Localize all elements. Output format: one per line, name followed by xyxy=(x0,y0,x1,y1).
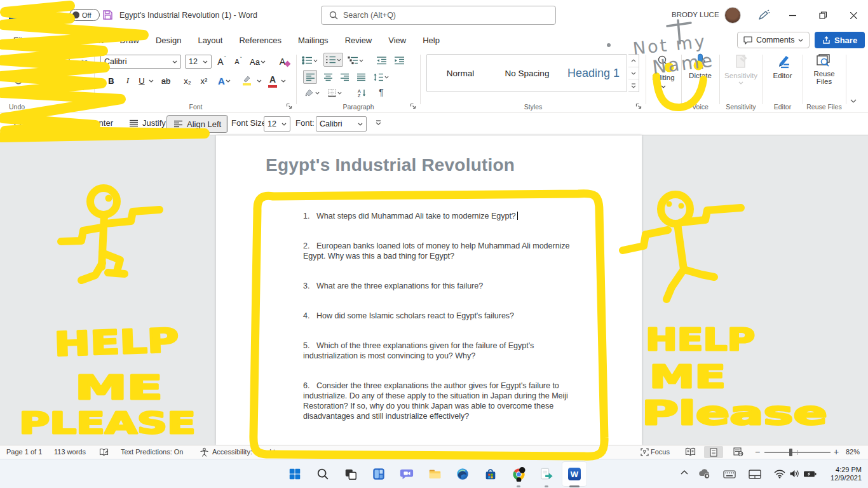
autosave-toggle[interactable]: Off xyxy=(69,9,100,21)
battery-icon[interactable] xyxy=(803,470,817,478)
minimize-button[interactable] xyxy=(783,6,802,24)
accessibility-status[interactable]: Accessibility: Good to go xyxy=(212,448,288,456)
tab-help[interactable]: Help xyxy=(414,30,448,50)
tab-review[interactable]: Review xyxy=(337,30,381,50)
avatar[interactable] xyxy=(724,7,741,24)
bold-button[interactable]: B xyxy=(104,74,118,88)
touch-keyboard-icon[interactable] xyxy=(723,470,736,478)
change-case-button[interactable]: Aa xyxy=(250,55,266,69)
focus-button[interactable]: Focus xyxy=(651,448,670,456)
comments-button[interactable]: Comments xyxy=(737,32,810,48)
edge-button[interactable] xyxy=(449,459,477,488)
start-button[interactable] xyxy=(281,459,309,488)
page-indicator[interactable]: Page 1 of 1 xyxy=(6,448,42,456)
read-mode-button[interactable] xyxy=(685,447,696,456)
underline-button[interactable]: U xyxy=(135,74,149,88)
store-button[interactable] xyxy=(477,459,505,488)
toolbar-overflow-button[interactable] xyxy=(376,120,381,125)
tab-home[interactable]: Home xyxy=(35,30,74,50)
teams-chat-button[interactable] xyxy=(393,459,421,488)
undo-button-small[interactable] xyxy=(13,119,23,128)
font-color-button[interactable]: A xyxy=(267,74,278,88)
bullets-button[interactable] xyxy=(302,53,318,67)
tab-references[interactable]: References xyxy=(231,30,289,50)
document-page[interactable]: Egypt's Industrial Revolution 1.What ste… xyxy=(216,135,642,445)
font-color-chevron[interactable] xyxy=(281,79,286,83)
wifi-icon[interactable] xyxy=(774,470,785,478)
shrink-font-button[interactable]: Aˇ xyxy=(231,55,245,69)
style-heading1[interactable]: Heading 1 xyxy=(560,67,627,80)
paragraph-dialog-launcher[interactable] xyxy=(410,103,416,109)
font-size-combo[interactable]: 12 xyxy=(185,55,212,69)
justify-button-toolbar[interactable]: Justify xyxy=(129,118,166,128)
numbering-button[interactable] xyxy=(323,53,343,67)
font-size-combo-toolbar[interactable]: 12 xyxy=(264,116,290,132)
multilevel-list-button[interactable] xyxy=(348,53,363,67)
sensitivity-button[interactable]: Sensitivity xyxy=(719,53,763,85)
center-button[interactable]: Center xyxy=(88,118,113,128)
increase-indent-button[interactable] xyxy=(392,53,406,67)
word-count[interactable]: 113 words xyxy=(54,448,86,456)
tab-insert[interactable]: Insert xyxy=(74,30,112,50)
zoom-level[interactable]: 82% xyxy=(846,448,860,456)
file-explorer-button[interactable] xyxy=(421,459,449,488)
zoom-out-button[interactable]: − xyxy=(755,447,760,457)
tab-view[interactable]: View xyxy=(380,30,414,50)
style-normal[interactable]: Normal xyxy=(427,69,494,78)
proofing-icon[interactable] xyxy=(99,447,109,457)
format-painter-button[interactable] xyxy=(80,83,89,91)
search-input[interactable]: Search (Alt+Q) xyxy=(321,6,556,25)
tab-layout[interactable]: Layout xyxy=(189,30,231,50)
word-taskbar-button[interactable]: W xyxy=(560,459,588,488)
undo-button[interactable] xyxy=(13,56,24,66)
align-left-button-toolbar[interactable]: Align Left xyxy=(166,115,228,133)
pen-icon[interactable] xyxy=(757,10,770,21)
web-layout-button[interactable] xyxy=(733,447,743,456)
word-app-icon[interactable]: W xyxy=(9,8,22,22)
align-right-button[interactable] xyxy=(337,70,351,84)
touchpad-icon[interactable] xyxy=(749,470,761,479)
restore-button[interactable] xyxy=(813,6,832,24)
zoom-slider-handle[interactable] xyxy=(789,449,792,456)
zoom-in-button[interactable]: + xyxy=(834,447,839,457)
cut-button[interactable]: ✂ xyxy=(81,57,88,66)
subscript-button[interactable]: x₂ xyxy=(180,74,194,88)
save-icon[interactable] xyxy=(102,10,113,20)
share-button[interactable]: Share xyxy=(815,32,865,48)
close-button[interactable] xyxy=(844,6,863,24)
widgets-button[interactable] xyxy=(365,459,393,488)
collapse-ribbon-chevron[interactable] xyxy=(850,99,857,103)
tray-chevron-icon[interactable] xyxy=(680,470,689,475)
show-hide-pilcrow-button[interactable]: ¶ xyxy=(374,85,388,99)
borders-button[interactable] xyxy=(327,86,342,100)
font-name-combo[interactable]: Calibri xyxy=(100,55,181,69)
font-combo-toolbar[interactable]: Calibri xyxy=(316,116,367,132)
screen-share-app-button[interactable] xyxy=(532,459,560,488)
underline-options-chevron[interactable] xyxy=(149,79,154,83)
editing-group[interactable]: Editing xyxy=(646,50,681,112)
superscript-button[interactable]: x² xyxy=(197,74,211,88)
taskbar-search-button[interactable] xyxy=(309,459,337,488)
styles-scroll-down[interactable] xyxy=(628,67,639,80)
task-view-button[interactable] xyxy=(337,459,365,488)
font-dialog-launcher[interactable] xyxy=(286,103,292,109)
clear-formatting-button[interactable]: A xyxy=(278,55,292,69)
redo-button[interactable] xyxy=(13,75,24,85)
italic-button[interactable]: I xyxy=(121,74,135,88)
justify-button[interactable] xyxy=(354,70,368,84)
grow-font-button[interactable]: Aˆ xyxy=(215,55,229,69)
chrome-button[interactable] xyxy=(505,459,532,488)
user-name[interactable]: BRODY LUCE xyxy=(672,11,719,18)
strikethrough-button[interactable]: ab xyxy=(159,74,173,88)
tab-design[interactable]: Design xyxy=(147,30,189,50)
text-effects-button[interactable]: A xyxy=(217,74,231,88)
paste-button[interactable]: Paste xyxy=(51,55,79,88)
shading-button[interactable] xyxy=(304,86,320,100)
tab-mailings[interactable]: Mailings xyxy=(290,30,337,50)
line-spacing-button[interactable] xyxy=(373,70,389,84)
styles-gallery-more[interactable] xyxy=(628,79,639,92)
tab-draw[interactable]: Draw xyxy=(112,30,147,50)
clock[interactable]: 4:29 PM 12/9/2021 xyxy=(822,466,862,482)
highlight-chevron[interactable] xyxy=(257,79,262,83)
text-predictions[interactable]: Text Predictions: On xyxy=(121,448,183,456)
